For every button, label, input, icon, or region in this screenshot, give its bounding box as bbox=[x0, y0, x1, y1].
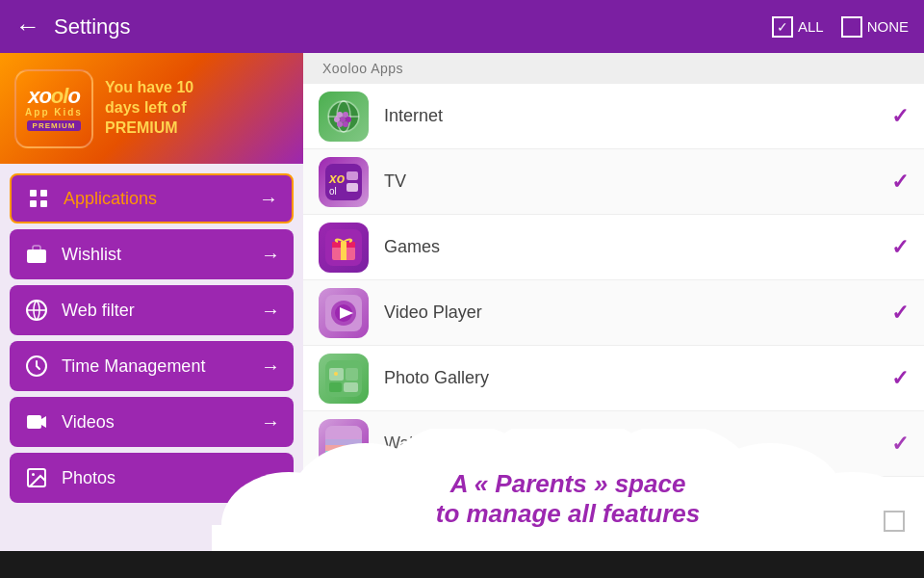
app-row-games[interactable]: Games ✓ bbox=[303, 215, 924, 280]
back-button[interactable]: ← bbox=[15, 12, 40, 41]
svg-rect-2 bbox=[30, 200, 37, 207]
svg-point-15 bbox=[343, 112, 348, 118]
photos-arrow: → bbox=[261, 467, 280, 489]
video-player-name: Video Player bbox=[384, 302, 876, 323]
tv-checkmark: ✓ bbox=[891, 170, 909, 195]
svg-rect-37 bbox=[329, 382, 342, 392]
svg-rect-38 bbox=[344, 382, 358, 392]
sidebar-item-videos[interactable]: Videos → bbox=[10, 397, 294, 447]
premium-msg-line3: PREMIUM bbox=[105, 118, 289, 139]
tv-name: TV bbox=[384, 171, 876, 192]
svg-rect-42 bbox=[325, 451, 362, 457]
internet-icon-inner bbox=[319, 92, 369, 142]
wallpaper-checkbox-area bbox=[884, 511, 905, 532]
wallpaper-checkbox[interactable] bbox=[884, 511, 905, 532]
top-bar-actions: ALL NONE bbox=[772, 16, 909, 38]
wishlist-label: Wishlist bbox=[62, 245, 249, 265]
video-player-checkmark: ✓ bbox=[891, 301, 909, 326]
sidebar-item-photos[interactable]: Photos → bbox=[10, 453, 294, 503]
games-icon-inner bbox=[319, 223, 369, 273]
web-filter-icon bbox=[23, 297, 50, 324]
svg-point-19 bbox=[337, 121, 343, 127]
app-row-video-player[interactable]: Video Player ✓ bbox=[303, 280, 924, 346]
premium-msg-line1: You have 10 bbox=[105, 78, 289, 98]
app-list: Internet ✓ xo ol TV bbox=[303, 84, 924, 477]
svg-rect-0 bbox=[30, 190, 37, 197]
web-filter-label: Web filter bbox=[62, 301, 249, 321]
svg-rect-36 bbox=[346, 368, 358, 381]
section-header: Xooloo Apps bbox=[303, 53, 924, 84]
svg-rect-1 bbox=[40, 190, 47, 197]
svg-rect-6 bbox=[27, 415, 41, 429]
top-bar: ← Settings ALL NONE bbox=[0, 0, 924, 53]
videos-arrow: → bbox=[261, 411, 280, 434]
page-title: Settings bbox=[54, 14, 772, 39]
applications-arrow: → bbox=[259, 188, 278, 210]
svg-text:ol: ol bbox=[329, 186, 337, 197]
svg-point-17 bbox=[334, 117, 340, 122]
svg-rect-3 bbox=[40, 200, 47, 207]
logo-area: xoolo App Kids PREMIUM You have 10 days … bbox=[0, 53, 303, 164]
svg-rect-24 bbox=[346, 171, 358, 180]
wishlist-arrow: → bbox=[261, 244, 280, 266]
appkids-text: App Kids bbox=[25, 107, 83, 118]
select-all-button[interactable]: ALL bbox=[772, 16, 824, 38]
svg-point-8 bbox=[32, 473, 35, 476]
internet-app-icon bbox=[319, 92, 369, 142]
svg-point-18 bbox=[346, 117, 351, 122]
app-row-wallpaper[interactable]: Wallp... ✓ bbox=[303, 411, 924, 477]
wishlist-icon bbox=[23, 241, 50, 268]
svg-text:xo: xo bbox=[328, 171, 346, 186]
wallpaper-icon-inner bbox=[319, 419, 369, 469]
internet-name: Internet bbox=[384, 106, 876, 126]
video-icon-inner bbox=[319, 288, 369, 338]
xoop-logo-text: xoolo bbox=[28, 86, 80, 107]
premium-message: You have 10 days left of PREMIUM bbox=[105, 78, 289, 138]
all-checkbox-icon bbox=[772, 16, 793, 38]
none-label: NONE bbox=[867, 18, 909, 35]
games-checkmark: ✓ bbox=[891, 235, 909, 260]
main-layout: xoolo App Kids PREMIUM You have 10 days … bbox=[0, 53, 924, 578]
svg-point-16 bbox=[340, 117, 346, 122]
app-row-internet[interactable]: Internet ✓ bbox=[303, 84, 924, 149]
applications-icon bbox=[25, 185, 52, 212]
svg-point-39 bbox=[334, 372, 338, 376]
sidebar-item-wishlist[interactable]: Wishlist → bbox=[10, 229, 294, 279]
sidebar-item-time-management[interactable]: Time Management → bbox=[10, 341, 294, 391]
svg-rect-41 bbox=[325, 445, 362, 451]
photos-icon bbox=[23, 464, 50, 491]
wallpaper-name: Wallp... bbox=[384, 434, 876, 454]
photos-label: Photos bbox=[62, 468, 249, 488]
tv-icon-inner: xo ol bbox=[319, 157, 369, 207]
premium-msg-line2: days left of bbox=[105, 98, 289, 118]
games-app-icon bbox=[319, 223, 369, 273]
svg-rect-45 bbox=[325, 426, 362, 439]
sidebar-item-web-filter[interactable]: Web filter → bbox=[10, 285, 294, 335]
games-name: Games bbox=[384, 237, 876, 257]
content-area: Xooloo Apps bbox=[303, 53, 924, 578]
applications-label: Applications bbox=[64, 189, 247, 209]
photo-icon-inner bbox=[319, 354, 369, 404]
premium-badge: PREMIUM bbox=[27, 120, 82, 131]
sidebar-nav: Applications → Wishlist → Web filter → bbox=[0, 164, 303, 578]
videos-icon bbox=[23, 408, 50, 435]
svg-rect-25 bbox=[346, 183, 358, 192]
svg-point-20 bbox=[343, 121, 348, 127]
wallpaper-app-icon bbox=[319, 419, 369, 469]
videos-label: Videos bbox=[62, 412, 249, 433]
select-none-button[interactable]: NONE bbox=[841, 16, 909, 38]
all-label: ALL bbox=[798, 18, 824, 35]
photo-gallery-checkmark: ✓ bbox=[891, 366, 909, 391]
svg-rect-44 bbox=[325, 439, 362, 445]
svg-rect-29 bbox=[341, 242, 346, 260]
xoop-logo: xoolo App Kids PREMIUM bbox=[14, 69, 93, 148]
none-checkbox-icon bbox=[841, 16, 862, 38]
tv-app-icon: xo ol bbox=[319, 157, 369, 207]
photo-gallery-name: Photo Gallery bbox=[384, 368, 876, 388]
svg-point-14 bbox=[337, 112, 343, 118]
svg-rect-46 bbox=[325, 459, 362, 462]
sidebar: xoolo App Kids PREMIUM You have 10 days … bbox=[0, 53, 303, 578]
app-row-tv[interactable]: xo ol TV ✓ bbox=[303, 149, 924, 215]
sidebar-item-applications[interactable]: Applications → bbox=[10, 173, 294, 223]
app-row-photo-gallery[interactable]: Photo Gallery ✓ bbox=[303, 346, 924, 411]
